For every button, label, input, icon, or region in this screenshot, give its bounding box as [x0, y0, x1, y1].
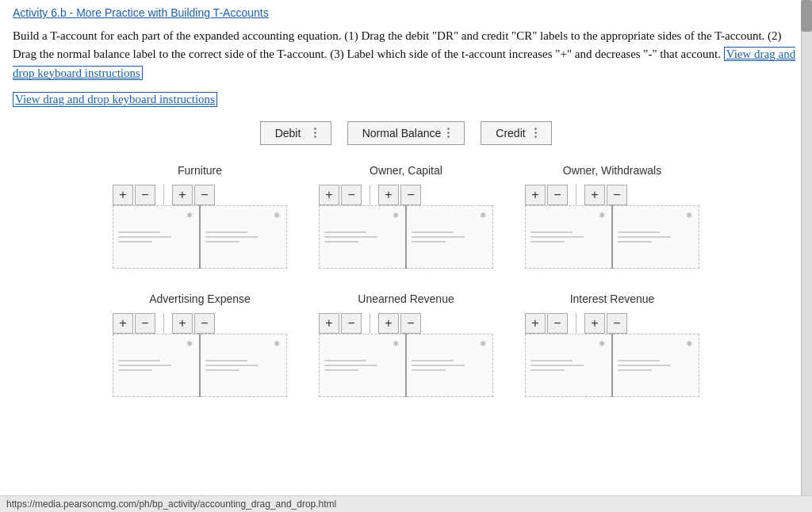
t-account-owner-withdrawals: Owner, Withdrawals + − + − — [521, 164, 703, 269]
unearned-revenue-right-plus[interactable]: + — [378, 313, 399, 334]
normal-balance-chip[interactable]: Normal Balance — [347, 121, 465, 145]
interest-revenue-controls: + − + − — [525, 313, 699, 334]
interest-revenue-debit-placeholder — [526, 355, 611, 376]
furniture-body: ✱ ✱ — [113, 205, 287, 269]
unearned-revenue-debit-side[interactable]: ✱ — [319, 334, 405, 397]
t-account-interest-revenue: Interest Revenue + − + − — [521, 292, 703, 397]
interest-revenue-credit-side[interactable]: ✱ — [613, 334, 699, 397]
normal-balance-drag-handle — [447, 128, 450, 138]
interest-revenue-right-plus[interactable]: + — [584, 313, 605, 334]
owner-withdrawals-left-plus[interactable]: + — [525, 185, 546, 205]
unearned-revenue-debit-placeholder — [320, 355, 405, 376]
unearned-revenue-body: ✱ ✱ — [319, 334, 493, 397]
furniture-left-minus[interactable]: − — [135, 185, 155, 205]
unearned-revenue-left-plus[interactable]: + — [319, 313, 339, 334]
unearned-revenue-debit-dot: ✱ — [393, 339, 399, 348]
furniture-credit-dot: ✱ — [274, 211, 280, 220]
furniture-left-controls: + − — [113, 185, 155, 205]
interest-revenue-t-account: + − + − ✱ — [525, 313, 699, 397]
advertising-expense-debit-side[interactable]: ✱ — [113, 334, 199, 397]
owner-withdrawals-title: Owner, Withdrawals — [563, 164, 661, 177]
instructions-content: Build a T-account for each part of the e… — [13, 29, 782, 60]
advertising-expense-left-minus[interactable]: − — [135, 313, 155, 334]
unearned-revenue-credit-dot: ✱ — [480, 339, 486, 348]
furniture-credit-placeholder — [201, 227, 286, 247]
t-accounts-row-2: Advertising Expense + − + − — [13, 292, 799, 397]
furniture-debit-side[interactable]: ✱ — [113, 205, 199, 269]
interest-revenue-right-minus[interactable]: − — [607, 313, 627, 334]
owner-capital-right-controls: + − — [378, 185, 421, 205]
advertising-expense-debit-placeholder — [113, 355, 199, 376]
furniture-left-plus[interactable]: + — [113, 185, 133, 205]
interest-revenue-debit-dot: ✱ — [599, 339, 605, 348]
t-account-unearned-revenue: Unearned Revenue + − + − — [315, 292, 497, 397]
bottom-bar: https://media.pearsoncmg.com/ph/bp_activ… — [0, 495, 812, 512]
furniture-t-account: + − + − ✱ — [113, 185, 287, 269]
t-accounts-section: Furniture + − + − — [13, 164, 799, 397]
owner-withdrawals-right-minus[interactable]: − — [607, 185, 627, 205]
advertising-expense-credit-placeholder — [201, 355, 286, 376]
advertising-expense-debit-dot: ✱ — [186, 339, 193, 348]
unearned-revenue-left-controls: + − — [319, 313, 362, 334]
interest-revenue-left-plus[interactable]: + — [525, 313, 546, 334]
furniture-credit-side[interactable]: ✱ — [201, 205, 287, 269]
unearned-revenue-ctrl-divider — [370, 313, 370, 334]
instructions-text: Build a T-account for each part of the e… — [13, 27, 799, 82]
owner-withdrawals-controls: + − + − — [525, 185, 699, 205]
scroll-indicator[interactable] — [801, 0, 812, 512]
owner-withdrawals-credit-side[interactable]: ✱ — [613, 205, 699, 269]
debit-chip[interactable]: Debit — [260, 121, 331, 145]
owner-withdrawals-credit-placeholder — [613, 227, 699, 247]
keyboard-instructions-link[interactable]: View drag and drop keyboard instructions — [13, 92, 217, 107]
interest-revenue-title: Interest Revenue — [570, 292, 655, 305]
owner-capital-left-plus[interactable]: + — [319, 185, 339, 205]
unearned-revenue-credit-side[interactable]: ✱ — [407, 334, 493, 397]
owner-capital-right-plus[interactable]: + — [378, 185, 399, 205]
furniture-right-plus[interactable]: + — [172, 185, 193, 205]
owner-capital-controls: + − + − — [319, 185, 493, 205]
owner-capital-right-minus[interactable]: − — [400, 185, 421, 205]
owner-capital-left-minus[interactable]: − — [341, 185, 362, 205]
owner-withdrawals-debit-dot: ✱ — [599, 211, 605, 220]
owner-capital-credit-side[interactable]: ✱ — [407, 205, 493, 269]
advertising-expense-controls: + − + − — [113, 313, 287, 334]
furniture-title: Furniture — [178, 164, 222, 177]
owner-capital-credit-dot: ✱ — [480, 211, 486, 220]
furniture-right-minus[interactable]: − — [194, 185, 215, 205]
interest-revenue-ctrl-divider — [576, 313, 576, 334]
furniture-controls: + − + − — [113, 185, 287, 205]
interest-revenue-body: ✱ ✱ — [525, 334, 699, 397]
unearned-revenue-controls: + − + − — [319, 313, 493, 334]
interest-revenue-left-controls: + − — [525, 313, 568, 334]
normal-balance-label: Normal Balance — [362, 127, 442, 139]
owner-withdrawals-left-minus[interactable]: − — [547, 185, 568, 205]
interest-revenue-left-minus[interactable]: − — [547, 313, 568, 334]
owner-capital-debit-side[interactable]: ✱ — [319, 205, 405, 269]
advertising-expense-left-plus[interactable]: + — [113, 313, 133, 334]
credit-chip[interactable]: Credit — [481, 121, 552, 145]
unearned-revenue-right-minus[interactable]: − — [400, 313, 421, 334]
debit-label: Debit — [275, 127, 301, 139]
bottom-url: https://media.pearsoncmg.com/ph/bp_activ… — [6, 499, 336, 510]
scroll-thumb[interactable] — [801, 0, 812, 32]
debit-drag-handle — [314, 128, 316, 138]
t-accounts-row-1: Furniture + − + − — [13, 164, 799, 269]
owner-withdrawals-right-plus[interactable]: + — [584, 185, 605, 205]
advertising-expense-right-plus[interactable]: + — [172, 313, 193, 334]
owner-capital-credit-placeholder — [407, 227, 492, 247]
owner-withdrawals-debit-side[interactable]: ✱ — [525, 205, 611, 269]
advertising-expense-right-minus[interactable]: − — [194, 313, 215, 334]
owner-capital-title: Owner, Capital — [370, 164, 442, 177]
owner-withdrawals-t-account: + − + − ✱ — [525, 185, 699, 269]
advertising-expense-title: Advertising Expense — [149, 292, 251, 305]
interest-revenue-credit-placeholder — [613, 355, 699, 376]
furniture-debit-placeholder — [113, 227, 199, 247]
interest-revenue-debit-side[interactable]: ✱ — [525, 334, 611, 397]
unearned-revenue-left-minus[interactable]: − — [341, 313, 362, 334]
furniture-ctrl-divider — [163, 185, 164, 205]
advertising-expense-credit-side[interactable]: ✱ — [201, 334, 287, 397]
owner-capital-body: ✱ ✱ — [319, 205, 493, 269]
t-account-advertising-expense: Advertising Expense + − + − — [109, 292, 291, 397]
activity-title[interactable]: Activity 6.b - More Practice with Buildi… — [13, 6, 799, 19]
owner-withdrawals-body: ✱ ✱ — [525, 205, 699, 269]
